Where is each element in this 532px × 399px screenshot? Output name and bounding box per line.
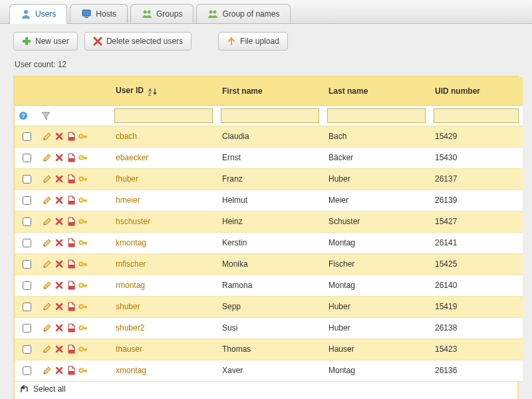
edit-icon[interactable]: [43, 196, 52, 205]
filter-uid-number-input[interactable]: [434, 108, 519, 123]
pdf-icon[interactable]: [66, 238, 76, 247]
table-row: thauserThomasHauser15423: [15, 338, 523, 360]
edit-icon[interactable]: [43, 344, 52, 354]
key-icon[interactable]: [78, 217, 88, 226]
key-icon[interactable]: [78, 344, 88, 354]
pdf-icon[interactable]: [66, 217, 76, 226]
filter-first-name-input[interactable]: [221, 108, 319, 123]
col-header-last-name[interactable]: Last name: [323, 77, 430, 105]
row-checkbox[interactable]: [23, 260, 31, 269]
pdf-icon[interactable]: [66, 366, 76, 375]
tab-users[interactable]: Users: [9, 4, 67, 24]
pdf-icon[interactable]: [66, 153, 76, 162]
tab-group-of-names[interactable]: Group of names: [196, 4, 291, 23]
delete-icon[interactable]: [55, 196, 64, 205]
user-id-link[interactable]: cbach: [116, 132, 137, 141]
delete-icon[interactable]: [55, 281, 64, 290]
upload-arrow-icon: [227, 37, 236, 46]
user-count-label: User count: 12: [15, 60, 519, 69]
delete-icon[interactable]: [55, 238, 64, 247]
key-icon[interactable]: [78, 132, 88, 141]
cell-uid-number: 26141: [430, 232, 523, 253]
edit-icon[interactable]: [43, 366, 52, 375]
row-checkbox[interactable]: [23, 303, 31, 311]
user-id-link[interactable]: xmontag: [116, 366, 146, 375]
edit-icon[interactable]: [43, 259, 52, 269]
row-checkbox[interactable]: [23, 345, 31, 354]
edit-icon[interactable]: [43, 132, 52, 141]
cell-first-name: Kerstin: [217, 232, 323, 253]
delete-icon[interactable]: [55, 302, 64, 311]
key-icon[interactable]: [78, 238, 88, 247]
tab-groups[interactable]: Groups: [130, 4, 194, 23]
key-icon[interactable]: [78, 259, 88, 269]
pdf-icon[interactable]: [66, 344, 76, 354]
user-id-link[interactable]: hschuster: [116, 217, 150, 226]
row-checkbox[interactable]: [23, 154, 31, 162]
pdf-icon[interactable]: [66, 323, 76, 332]
user-id-link[interactable]: thauser: [116, 344, 142, 354]
group-icon: [142, 9, 152, 19]
user-id-link[interactable]: shuber2: [116, 323, 144, 332]
filter-funnel-icon[interactable]: [41, 111, 51, 120]
pdf-icon[interactable]: [66, 259, 76, 269]
delete-icon[interactable]: [55, 259, 64, 269]
pdf-icon[interactable]: [66, 196, 76, 205]
row-checkbox[interactable]: [23, 217, 31, 226]
delete-icon[interactable]: [55, 174, 64, 184]
cell-uid-number: 15430: [430, 147, 523, 168]
edit-icon[interactable]: [43, 153, 52, 162]
filter-last-name-input[interactable]: [327, 108, 426, 123]
key-icon[interactable]: [78, 174, 88, 184]
svg-point-6: [213, 11, 217, 14]
edit-icon[interactable]: [43, 302, 52, 311]
col-header-uid-number[interactable]: UID number: [430, 77, 523, 105]
user-id-link[interactable]: rmontag: [116, 281, 145, 290]
row-checkbox[interactable]: [23, 175, 31, 184]
pdf-icon[interactable]: [66, 132, 76, 141]
user-id-link[interactable]: shuber: [116, 302, 140, 311]
row-checkbox[interactable]: [23, 132, 31, 141]
key-icon[interactable]: [78, 153, 88, 162]
user-id-link[interactable]: ebaecker: [116, 153, 148, 162]
key-icon[interactable]: [78, 196, 88, 205]
key-icon[interactable]: [78, 323, 88, 332]
key-icon[interactable]: [78, 281, 88, 290]
delete-icon[interactable]: [55, 132, 64, 141]
col-header-user-id[interactable]: User ID AZ: [110, 77, 217, 105]
edit-icon[interactable]: [43, 281, 52, 290]
user-id-link[interactable]: fhuber: [116, 174, 138, 184]
delete-selected-button[interactable]: Delete selected users: [84, 32, 192, 51]
button-label: Delete selected users: [106, 37, 183, 46]
user-id-link[interactable]: kmontag: [116, 238, 146, 247]
filter-user-id-input[interactable]: [114, 108, 213, 123]
key-icon[interactable]: [78, 366, 88, 375]
pdf-icon[interactable]: [66, 281, 76, 290]
cell-uid-number: 15427: [430, 211, 523, 232]
delete-icon[interactable]: [55, 344, 64, 354]
row-checkbox[interactable]: [23, 324, 31, 332]
user-id-link[interactable]: hmeier: [116, 196, 140, 205]
delete-icon[interactable]: [55, 323, 64, 332]
user-id-link[interactable]: mfischer: [116, 259, 146, 269]
row-checkbox[interactable]: [23, 196, 31, 205]
select-all-row[interactable]: Select all: [15, 382, 517, 400]
help-icon[interactable]: ?: [19, 111, 28, 120]
pdf-icon[interactable]: [66, 302, 76, 311]
edit-icon[interactable]: [43, 217, 52, 226]
tab-hosts[interactable]: Hosts: [70, 4, 128, 23]
row-checkbox[interactable]: [23, 281, 31, 290]
pdf-icon[interactable]: [66, 174, 76, 184]
row-checkbox[interactable]: [23, 366, 31, 375]
col-header-first-name[interactable]: First name: [217, 77, 323, 105]
delete-icon[interactable]: [55, 217, 64, 226]
edit-icon[interactable]: [43, 174, 52, 184]
edit-icon[interactable]: [43, 323, 52, 332]
delete-icon[interactable]: [55, 153, 64, 162]
new-user-button[interactable]: New user: [13, 32, 78, 51]
delete-icon[interactable]: [55, 366, 64, 375]
row-checkbox[interactable]: [23, 239, 31, 247]
edit-icon[interactable]: [43, 238, 52, 247]
file-upload-button[interactable]: File upload: [218, 32, 288, 51]
key-icon[interactable]: [78, 302, 88, 311]
